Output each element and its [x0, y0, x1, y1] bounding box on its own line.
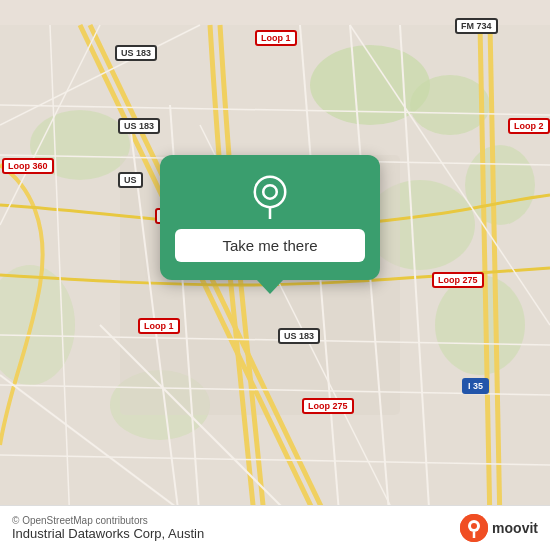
road-badge-i35: I 35 [462, 378, 489, 394]
road-badge-loop360: Loop 360 [2, 158, 54, 174]
copyright-text: © OpenStreetMap contributors [12, 515, 204, 526]
bottom-left: © OpenStreetMap contributors Industrial … [12, 515, 204, 541]
road-badge-loop1-s: Loop 1 [138, 318, 180, 334]
road-badge-loop1-n: Loop 1 [255, 30, 297, 46]
road-badge-loop275-n: Loop 275 [432, 272, 484, 288]
moovit-logo[interactable]: moovit [460, 514, 538, 542]
road-badge-us: US [118, 172, 143, 188]
take-me-there-button[interactable]: Take me there [175, 229, 365, 262]
moovit-icon [460, 514, 488, 542]
location-name: Industrial Dataworks Corp, Austin [12, 526, 204, 541]
road-badge-loop275-s: Loop 275 [302, 398, 354, 414]
bottom-bar: © OpenStreetMap contributors Industrial … [0, 505, 550, 550]
popup-card: Take me there [160, 155, 380, 280]
moovit-svg-icon [460, 514, 488, 542]
svg-point-29 [255, 177, 285, 207]
svg-point-30 [263, 185, 277, 199]
location-pin-icon [248, 175, 292, 219]
svg-point-5 [435, 275, 525, 375]
svg-point-34 [471, 523, 477, 529]
moovit-label: moovit [492, 520, 538, 536]
road-badge-us183-n: US 183 [115, 45, 157, 61]
road-badge-fm734: FM 734 [455, 18, 498, 34]
svg-point-2 [410, 75, 490, 135]
map-container: US 183 Loop 1 FM 734 Loop 2 Loop 360 US … [0, 0, 550, 550]
road-badge-loop2: Loop 2 [508, 118, 550, 134]
road-badge-us183-m: US 183 [118, 118, 160, 134]
road-badge-us183-ss: US 183 [278, 328, 320, 344]
